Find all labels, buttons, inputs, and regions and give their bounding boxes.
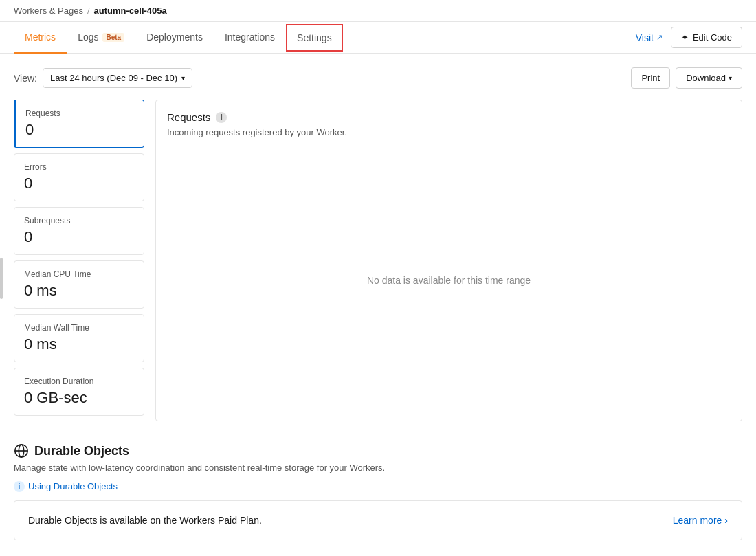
nav-tabs: Metrics Logs Beta Deployments Integratio… (0, 22, 756, 54)
durable-objects-header: Durable Objects (14, 443, 742, 458)
metrics-chart-panel: Requests i Incoming requests registered … (155, 100, 742, 421)
print-button[interactable]: Print (631, 67, 670, 89)
beta-badge: Beta (102, 33, 124, 42)
tab-deployments[interactable]: Deployments (135, 22, 214, 54)
metric-card-requests[interactable]: Requests 0 (14, 100, 144, 148)
view-bar: View: Last 24 hours (Dec 09 - Dec 10) ▾ … (14, 67, 742, 89)
edit-code-button[interactable]: ✦ Edit Code (671, 27, 742, 48)
using-durable-objects-link[interactable]: i Using Durable Objects (14, 481, 118, 492)
chevron-down-icon: ▾ (729, 74, 732, 82)
durable-objects-plan-text: Durable Objects is available on the Work… (28, 515, 262, 526)
breadcrumb-separator: / (87, 5, 90, 16)
metric-label-median-wall: Median Wall Time (24, 323, 134, 333)
view-label: View: (14, 73, 37, 84)
download-button[interactable]: Download ▾ (676, 67, 742, 89)
main-content: View: Last 24 hours (Dec 09 - Dec 10) ▾ … (0, 54, 756, 554)
chart-empty-message: No data is available for this time range (167, 151, 731, 410)
info-icon[interactable]: i (216, 112, 227, 123)
metric-value-subrequests: 0 (24, 228, 134, 246)
chevron-right-icon: › (724, 515, 728, 526)
tab-integrations[interactable]: Integrations (214, 22, 286, 54)
metric-card-execution[interactable]: Execution Duration 0 GB-sec (14, 368, 144, 416)
metric-card-median-cpu[interactable]: Median CPU Time 0 ms (14, 260, 144, 309)
visit-link[interactable]: Visit ↗ (636, 32, 663, 43)
metrics-layout: Requests 0 Errors 0 Subrequests 0 Median… (14, 100, 742, 421)
metric-card-subrequests[interactable]: Subrequests 0 (14, 207, 144, 255)
breadcrumb-current: autumn-cell-405a (94, 5, 167, 16)
nav-right: Visit ↗ ✦ Edit Code (636, 27, 742, 48)
chart-title: Requests i (167, 111, 731, 123)
view-selector-group: View: Last 24 hours (Dec 09 - Dec 10) ▾ (14, 68, 192, 88)
breadcrumb-bar: Workers & Pages / autumn-cell-405a (0, 0, 756, 22)
metric-label-median-cpu: Median CPU Time (24, 269, 134, 279)
scroll-indicator (0, 258, 3, 299)
sparkle-icon: ✦ (681, 32, 689, 43)
metric-label-errors: Errors (24, 162, 134, 172)
tab-metrics[interactable]: Metrics (14, 22, 67, 54)
durable-objects-plan-box: Durable Objects is available on the Work… (14, 500, 742, 540)
metric-label-subrequests: Subrequests (24, 216, 134, 225)
book-icon: i (14, 481, 25, 492)
metrics-left: Requests 0 Errors 0 Subrequests 0 Median… (14, 100, 144, 421)
tab-logs[interactable]: Logs Beta (67, 22, 135, 54)
chevron-down-icon: ▾ (181, 74, 185, 82)
durable-objects-section: Durable Objects Manage state with low-la… (14, 443, 742, 540)
metric-label-execution: Execution Duration (24, 377, 134, 386)
external-link-icon: ↗ (656, 33, 663, 42)
metric-value-errors: 0 (24, 175, 134, 192)
tab-settings[interactable]: Settings (286, 24, 343, 52)
metric-label-requests: Requests (25, 109, 134, 118)
metric-value-requests: 0 (25, 121, 134, 139)
metric-card-median-wall[interactable]: Median Wall Time 0 ms (14, 314, 144, 362)
time-range-select[interactable]: Last 24 hours (Dec 09 - Dec 10) ▾ (43, 68, 192, 88)
globe-icon (14, 443, 29, 458)
metric-value-median-wall: 0 ms (24, 335, 134, 353)
learn-more-link[interactable]: Learn more › (673, 515, 728, 526)
chart-subtitle: Incoming requests registered by your Wor… (167, 127, 731, 137)
metric-value-execution: 0 GB-sec (24, 389, 134, 407)
breadcrumb-parent[interactable]: Workers & Pages (14, 5, 83, 16)
metric-value-median-cpu: 0 ms (24, 282, 134, 300)
view-bar-right: Print Download ▾ (631, 67, 742, 89)
metric-card-errors[interactable]: Errors 0 (14, 153, 144, 201)
durable-objects-description: Manage state with low-latency coordinati… (14, 463, 742, 473)
